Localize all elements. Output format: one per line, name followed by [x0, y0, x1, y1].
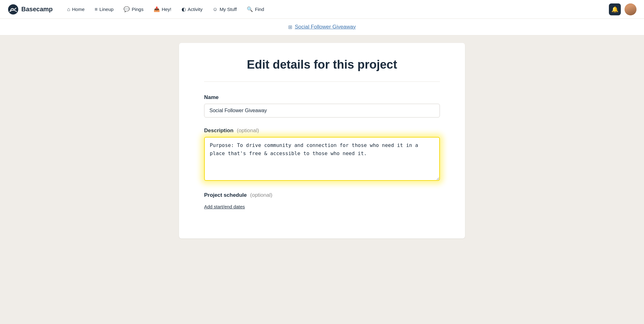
nav-label-lineup: Lineup: [99, 7, 113, 12]
nav-item-home[interactable]: ⌂ Home: [63, 4, 89, 15]
activity-icon: ◐: [182, 6, 186, 12]
schedule-label: Project schedule (optional): [204, 192, 440, 198]
notification-button[interactable]: 🔔: [609, 3, 621, 15]
nav-item-my-stuff[interactable]: ☺ My Stuff: [208, 4, 241, 15]
name-input[interactable]: [204, 104, 440, 118]
breadcrumb-project-link[interactable]: Social Follower Giveaway: [295, 24, 356, 30]
description-label: Description (optional): [204, 128, 440, 134]
brand-logo-link[interactable]: Basecamp: [8, 4, 53, 15]
home-icon: ⌂: [67, 7, 70, 12]
nav-label-find: Find: [255, 7, 264, 12]
page-title: Edit details for this project: [204, 58, 440, 82]
breadcrumb-bar: ⊞ Social Follower Giveaway: [0, 19, 644, 35]
my-stuff-icon: ☺: [213, 7, 218, 12]
nav-item-lineup[interactable]: ≡ Lineup: [90, 4, 118, 15]
description-optional: (optional): [237, 128, 259, 133]
avatar-image: [625, 3, 636, 15]
svg-point-0: [8, 4, 18, 14]
basecamp-logo-icon: [8, 4, 19, 15]
find-icon: 🔍: [247, 6, 253, 12]
name-label: Name: [204, 94, 440, 101]
nav-item-pings[interactable]: 💬 Pings: [119, 4, 148, 15]
project-grid-icon: ⊞: [288, 24, 292, 30]
nav-label-activity: Activity: [188, 7, 203, 12]
nav-label-hey: Hey!: [162, 7, 172, 12]
nav-item-activity[interactable]: ◐ Activity: [177, 4, 207, 15]
brand-name: Basecamp: [21, 6, 53, 13]
schedule-section: Project schedule (optional) Add start/en…: [204, 192, 440, 210]
notification-bell-icon: 🔔: [611, 6, 618, 13]
page-wrapper: Edit details for this project Name Descr…: [172, 43, 472, 238]
pings-icon: 💬: [124, 6, 130, 12]
name-section: Name: [204, 94, 440, 118]
nav-item-find[interactable]: 🔍 Find: [242, 4, 268, 15]
nav-item-hey[interactable]: 📥 Hey!: [149, 4, 176, 15]
description-textarea[interactable]: Purpose: To drive community and connecti…: [204, 137, 440, 181]
main-card: Edit details for this project Name Descr…: [179, 43, 465, 238]
hey-icon: 📥: [154, 6, 160, 12]
nav-label-home: Home: [72, 7, 85, 12]
user-avatar[interactable]: [625, 3, 636, 15]
lineup-icon: ≡: [95, 7, 98, 12]
nav-label-pings: Pings: [132, 7, 144, 12]
description-wrapper: Purpose: To drive community and connecti…: [204, 137, 440, 182]
nav-items: ⌂ Home ≡ Lineup 💬 Pings 📥 Hey! ◐ Activit…: [63, 4, 609, 15]
nav-label-my-stuff: My Stuff: [219, 7, 237, 12]
description-section: Description (optional) Purpose: To drive…: [204, 128, 440, 182]
navbar: Basecamp ⌂ Home ≡ Lineup 💬 Pings 📥 Hey! …: [0, 0, 644, 19]
schedule-optional: (optional): [250, 192, 272, 198]
navbar-actions: 🔔: [609, 3, 636, 15]
add-dates-link[interactable]: Add start/end dates: [204, 204, 245, 209]
